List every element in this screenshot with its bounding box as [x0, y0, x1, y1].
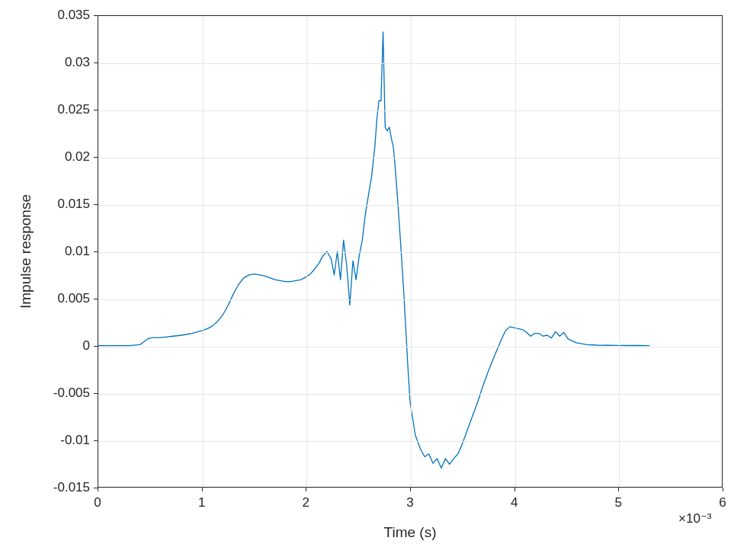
x-tick — [98, 488, 98, 491]
y-tick — [94, 251, 98, 252]
y-tick-label: 0.03 — [65, 55, 90, 70]
grid-line-horizontal — [98, 347, 722, 347]
y-tick-label: 0 — [83, 338, 90, 354]
x-tick — [723, 488, 723, 491]
grid-line-horizontal — [98, 394, 722, 395]
y-tick-label: 0.025 — [57, 102, 90, 117]
y-tick-label: -0.005 — [53, 386, 90, 401]
x-tick-label: 1 — [198, 495, 205, 510]
x-tick — [202, 488, 203, 491]
grid-line-vertical — [619, 16, 620, 487]
y-tick — [94, 15, 98, 16]
grid-line-horizontal — [98, 158, 722, 158]
x-tick-label: 6 — [719, 495, 726, 510]
y-tick — [94, 157, 98, 158]
y-tick-label: -0.015 — [53, 480, 90, 495]
plot-area — [98, 15, 723, 488]
grid-line-horizontal — [98, 205, 722, 206]
y-tick — [94, 204, 98, 205]
x-tick-label: 3 — [406, 495, 413, 510]
grid-line-vertical — [411, 16, 412, 487]
y-tick-label: 0.02 — [65, 149, 90, 165]
grid-line-vertical — [306, 16, 307, 487]
grid-line-vertical — [203, 16, 204, 487]
y-tick-label: 0.015 — [57, 197, 90, 212]
x-tick — [410, 488, 411, 491]
y-tick — [94, 346, 98, 347]
x-exponent-label: ×10⁻³ — [678, 510, 712, 526]
x-tick-label: 4 — [511, 495, 518, 510]
y-tick-label: 0.01 — [65, 244, 90, 259]
x-tick — [515, 488, 515, 491]
y-tick — [94, 299, 98, 299]
x-tick-label: 2 — [303, 495, 309, 510]
y-tick-label: 0.005 — [57, 291, 90, 306]
x-tick — [306, 488, 306, 491]
y-tick — [94, 440, 98, 441]
series-line — [98, 32, 649, 468]
x-tick — [618, 488, 619, 491]
grid-line-horizontal — [98, 63, 722, 64]
y-tick — [94, 488, 98, 488]
grid-line-horizontal — [98, 252, 722, 253]
x-axis-label: Time (s) — [384, 524, 437, 541]
x-tick-label: 0 — [94, 495, 101, 510]
y-tick-label: 0.035 — [57, 8, 90, 23]
y-tick — [94, 62, 98, 63]
grid-line-horizontal — [98, 441, 722, 442]
grid-line-vertical — [515, 16, 516, 487]
y-axis-label: Impulse response — [18, 194, 34, 309]
x-tick-label: 5 — [615, 495, 622, 510]
y-tick — [94, 110, 98, 110]
figure: Time (s) Impulse response ×10⁻³ 0123456-… — [0, 0, 747, 560]
grid-line-horizontal — [98, 299, 722, 300]
grid-line-horizontal — [98, 110, 722, 111]
series-svg — [98, 16, 722, 487]
y-tick-label: -0.01 — [60, 433, 90, 448]
y-tick — [94, 393, 98, 394]
